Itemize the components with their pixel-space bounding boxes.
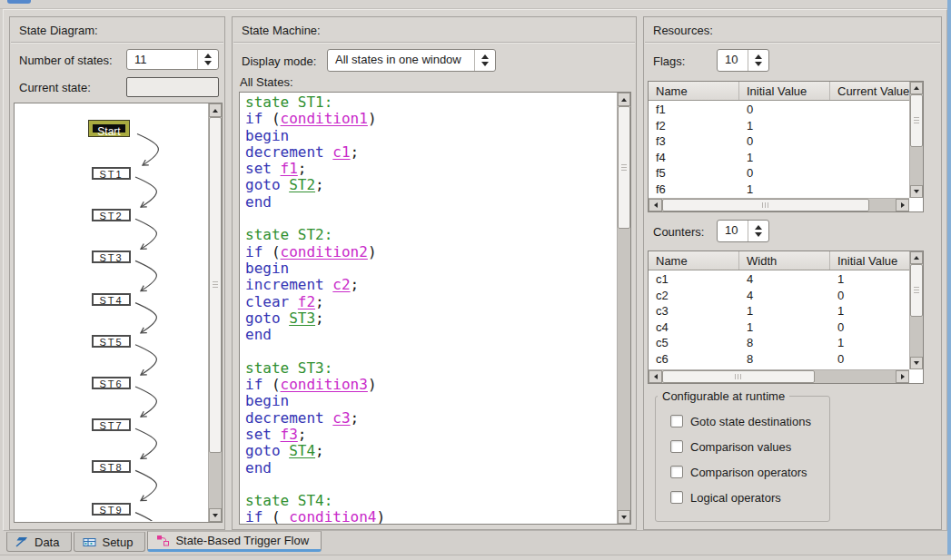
table-row[interactable]: f50	[649, 165, 909, 182]
state-box-st8[interactable]: ST8	[92, 460, 131, 473]
scroll-right-button[interactable]	[896, 199, 909, 211]
scrollbar-thumb[interactable]	[662, 199, 869, 211]
scrollbar-thumb[interactable]	[910, 94, 923, 147]
checkbox[interactable]	[670, 466, 683, 478]
flags-table-body[interactable]: f10f21f30f41f50f61	[649, 102, 909, 198]
scroll-up-button[interactable]	[209, 103, 222, 117]
state-box-st2[interactable]: ST2	[92, 209, 131, 221]
state-code-editor[interactable]: state ST1:if (condition1)begindecrement …	[239, 92, 631, 525]
table-row[interactable]: c141	[649, 271, 909, 288]
state-code[interactable]: state ST1:if (condition1)begindecrement …	[240, 93, 617, 524]
checkbox[interactable]	[670, 415, 683, 427]
column-header[interactable]: Name	[649, 82, 739, 100]
scroll-down-button[interactable]	[910, 185, 923, 198]
column-header[interactable]: Initial Value	[830, 251, 909, 270]
runtime-option[interactable]: Comparison operators	[670, 466, 811, 478]
table-row[interactable]: f41	[649, 150, 909, 166]
table-cell: 8	[739, 335, 830, 351]
scroll-down-button[interactable]	[209, 508, 222, 522]
number-of-states-spinner[interactable]: 11	[126, 49, 219, 70]
code-scrollbar[interactable]	[617, 93, 630, 524]
state-box-st3[interactable]: ST3	[92, 251, 131, 263]
scroll-up-button[interactable]	[618, 93, 630, 106]
scrollbar-trough[interactable]	[910, 317, 923, 357]
counters-table-vscrollbar[interactable]	[909, 251, 923, 369]
state-diagram-view[interactable]: StartST1ST2ST3ST4ST5ST6ST7ST8ST9	[14, 103, 223, 523]
state-box-st4[interactable]: ST4	[92, 293, 131, 306]
tab-setup[interactable]: Setup	[74, 532, 145, 552]
counters-table-hscrollbar[interactable]	[649, 369, 909, 383]
diagram-scrollbar[interactable]	[208, 103, 222, 522]
combobox-value: All states in one window	[328, 50, 474, 71]
scroll-up-button[interactable]	[910, 251, 923, 264]
scroll-left-button[interactable]	[649, 370, 662, 383]
table-cell: c5	[649, 335, 739, 351]
scrollbar-thumb[interactable]	[910, 264, 923, 317]
scroll-up-button[interactable]	[910, 82, 923, 94]
state-diagram-canvas[interactable]: StartST1ST2ST3ST4ST5ST6ST7ST8ST9	[15, 104, 209, 521]
spinner-arrows-icon[interactable]	[748, 50, 768, 71]
current-state-field	[126, 77, 219, 97]
scrollbar-trough[interactable]	[869, 199, 896, 211]
state-box-st1[interactable]: ST1	[92, 167, 131, 180]
spinner-arrows-icon[interactable]	[748, 221, 768, 241]
table-row[interactable]: f21	[649, 118, 909, 134]
counters-table-body[interactable]: c141c240c311c410c581c680	[649, 271, 909, 369]
flags-table-vscrollbar[interactable]	[909, 82, 923, 198]
column-header[interactable]: Current Value	[830, 82, 909, 100]
scroll-right-button[interactable]	[896, 370, 909, 383]
table-row[interactable]: c410	[649, 319, 909, 336]
combobox-arrows-icon[interactable]	[474, 50, 495, 71]
runtime-option[interactable]: Logical operators	[670, 491, 811, 504]
scrollbar-trough[interactable]	[910, 147, 923, 185]
table-row[interactable]: f30	[649, 133, 909, 150]
runtime-option[interactable]: Comparison values	[670, 440, 811, 453]
runtime-option[interactable]: Goto state destinations	[670, 415, 811, 427]
table-row[interactable]: f61	[649, 182, 909, 198]
data-icon	[15, 536, 29, 548]
column-header[interactable]: Width	[739, 251, 830, 270]
table-row[interactable]: c240	[649, 288, 909, 304]
column-header[interactable]: Initial Value	[739, 82, 830, 100]
counters-count-spinner[interactable]: 10	[717, 220, 769, 242]
flags-table-hscrollbar[interactable]	[649, 198, 909, 211]
flags-table[interactable]: NameInitial ValueCurrent Value f10f21f30…	[648, 81, 924, 212]
scroll-down-button[interactable]	[910, 357, 923, 369]
scrollbar-thumb[interactable]	[662, 370, 815, 383]
state-box-st6[interactable]: ST6	[92, 377, 131, 389]
scrollbar-thumb[interactable]	[209, 117, 222, 453]
state-box-st7[interactable]: ST7	[92, 418, 131, 431]
table-cell: 1	[739, 118, 830, 134]
state-box-st5[interactable]: ST5	[92, 335, 131, 348]
table-row[interactable]: f10	[649, 102, 909, 118]
checkbox[interactable]	[670, 491, 683, 504]
display-mode-combobox[interactable]: All states in one window	[327, 49, 496, 72]
tab-data[interactable]: Data	[6, 532, 72, 552]
code-line: set f3;	[245, 427, 617, 443]
spinner-value: 10	[718, 50, 748, 71]
counters-table[interactable]: NameWidthInitial Value c141c240c311c410c…	[648, 251, 924, 384]
column-header[interactable]: Name	[649, 251, 739, 270]
scrollbar-trough[interactable]	[209, 453, 222, 508]
scrollbar-trough[interactable]	[815, 370, 896, 383]
divider	[11, 42, 223, 43]
tab-state-based-trigger-flow[interactable]: State-Based Trigger Flow	[147, 531, 322, 552]
table-row[interactable]: c311	[649, 303, 909, 319]
table-cell	[830, 165, 909, 182]
scrollbar-trough[interactable]	[618, 229, 630, 510]
spinner-arrows-icon[interactable]	[197, 50, 218, 69]
scroll-down-button[interactable]	[618, 510, 630, 524]
code-line: end	[245, 194, 617, 211]
table-row[interactable]: c680	[649, 351, 909, 368]
flags-count-spinner[interactable]: 10	[717, 49, 769, 72]
start-state-box[interactable]: Start	[89, 121, 129, 136]
arrow-down-icon	[914, 190, 919, 193]
checkbox[interactable]	[670, 440, 683, 453]
code-line: clear f2;	[245, 294, 617, 310]
code-line: if (condition2)	[245, 244, 617, 260]
scrollbar-thumb[interactable]	[618, 106, 630, 229]
scroll-left-button[interactable]	[649, 199, 662, 211]
state-box-st9[interactable]: ST9	[92, 503, 131, 516]
table-row[interactable]: c581	[649, 335, 909, 351]
table-cell: c6	[649, 351, 739, 368]
